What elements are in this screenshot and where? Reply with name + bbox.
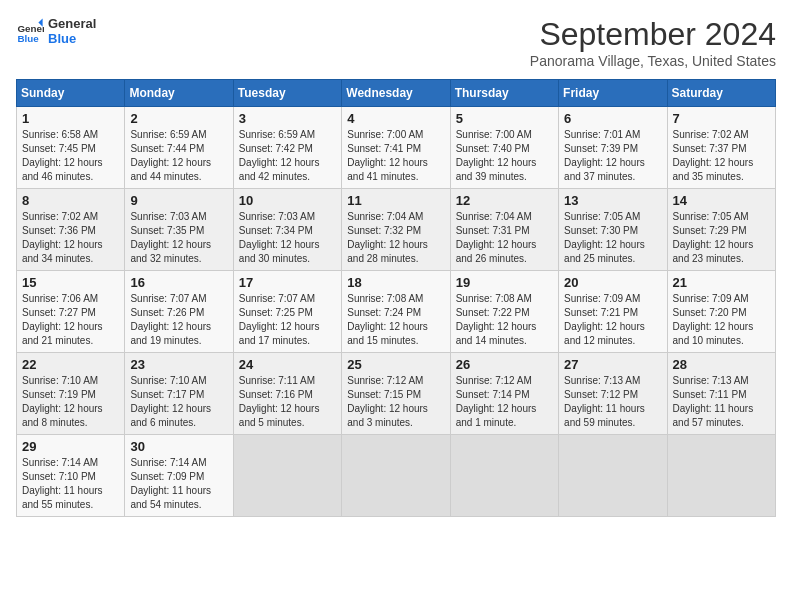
day-number: 28 <box>673 357 770 372</box>
day-info: Sunrise: 6:58 AMSunset: 7:45 PMDaylight:… <box>22 128 119 184</box>
day-cell-25: 25Sunrise: 7:12 AMSunset: 7:15 PMDayligh… <box>342 353 450 435</box>
day-info: Sunrise: 6:59 AMSunset: 7:44 PMDaylight:… <box>130 128 227 184</box>
logo-icon: General Blue <box>16 17 44 45</box>
day-info: Sunrise: 7:00 AMSunset: 7:41 PMDaylight:… <box>347 128 444 184</box>
day-info: Sunrise: 7:05 AMSunset: 7:30 PMDaylight:… <box>564 210 661 266</box>
day-cell-14: 14Sunrise: 7:05 AMSunset: 7:29 PMDayligh… <box>667 189 775 271</box>
empty-cell <box>667 435 775 517</box>
day-cell-29: 29Sunrise: 7:14 AMSunset: 7:10 PMDayligh… <box>17 435 125 517</box>
day-cell-27: 27Sunrise: 7:13 AMSunset: 7:12 PMDayligh… <box>559 353 667 435</box>
day-cell-13: 13Sunrise: 7:05 AMSunset: 7:30 PMDayligh… <box>559 189 667 271</box>
day-number: 25 <box>347 357 444 372</box>
day-info: Sunrise: 7:11 AMSunset: 7:16 PMDaylight:… <box>239 374 336 430</box>
day-info: Sunrise: 7:07 AMSunset: 7:25 PMDaylight:… <box>239 292 336 348</box>
day-cell-8: 8Sunrise: 7:02 AMSunset: 7:36 PMDaylight… <box>17 189 125 271</box>
day-cell-11: 11Sunrise: 7:04 AMSunset: 7:32 PMDayligh… <box>342 189 450 271</box>
day-info: Sunrise: 7:14 AMSunset: 7:10 PMDaylight:… <box>22 456 119 512</box>
day-cell-7: 7Sunrise: 7:02 AMSunset: 7:37 PMDaylight… <box>667 107 775 189</box>
day-number: 20 <box>564 275 661 290</box>
day-info: Sunrise: 7:13 AMSunset: 7:11 PMDaylight:… <box>673 374 770 430</box>
logo-blue: Blue <box>48 31 96 46</box>
day-cell-28: 28Sunrise: 7:13 AMSunset: 7:11 PMDayligh… <box>667 353 775 435</box>
calendar-table: SundayMondayTuesdayWednesdayThursdayFrid… <box>16 79 776 517</box>
header-tuesday: Tuesday <box>233 80 341 107</box>
day-number: 5 <box>456 111 553 126</box>
day-info: Sunrise: 7:08 AMSunset: 7:22 PMDaylight:… <box>456 292 553 348</box>
week-row-5: 29Sunrise: 7:14 AMSunset: 7:10 PMDayligh… <box>17 435 776 517</box>
week-row-3: 15Sunrise: 7:06 AMSunset: 7:27 PMDayligh… <box>17 271 776 353</box>
day-cell-23: 23Sunrise: 7:10 AMSunset: 7:17 PMDayligh… <box>125 353 233 435</box>
svg-text:Blue: Blue <box>17 33 39 44</box>
day-info: Sunrise: 7:03 AMSunset: 7:35 PMDaylight:… <box>130 210 227 266</box>
day-cell-19: 19Sunrise: 7:08 AMSunset: 7:22 PMDayligh… <box>450 271 558 353</box>
subtitle: Panorama Village, Texas, United States <box>530 53 776 69</box>
day-info: Sunrise: 7:14 AMSunset: 7:09 PMDaylight:… <box>130 456 227 512</box>
day-number: 19 <box>456 275 553 290</box>
day-number: 21 <box>673 275 770 290</box>
header-friday: Friday <box>559 80 667 107</box>
day-info: Sunrise: 7:06 AMSunset: 7:27 PMDaylight:… <box>22 292 119 348</box>
day-cell-21: 21Sunrise: 7:09 AMSunset: 7:20 PMDayligh… <box>667 271 775 353</box>
day-number: 27 <box>564 357 661 372</box>
header-monday: Monday <box>125 80 233 107</box>
day-info: Sunrise: 7:00 AMSunset: 7:40 PMDaylight:… <box>456 128 553 184</box>
title-block: September 2024 Panorama Village, Texas, … <box>530 16 776 69</box>
day-number: 13 <box>564 193 661 208</box>
day-info: Sunrise: 7:07 AMSunset: 7:26 PMDaylight:… <box>130 292 227 348</box>
day-info: Sunrise: 6:59 AMSunset: 7:42 PMDaylight:… <box>239 128 336 184</box>
day-number: 16 <box>130 275 227 290</box>
day-number: 2 <box>130 111 227 126</box>
header-wednesday: Wednesday <box>342 80 450 107</box>
page-header: General Blue General Blue September 2024… <box>16 16 776 69</box>
day-info: Sunrise: 7:08 AMSunset: 7:24 PMDaylight:… <box>347 292 444 348</box>
day-cell-22: 22Sunrise: 7:10 AMSunset: 7:19 PMDayligh… <box>17 353 125 435</box>
day-info: Sunrise: 7:01 AMSunset: 7:39 PMDaylight:… <box>564 128 661 184</box>
day-number: 3 <box>239 111 336 126</box>
header-saturday: Saturday <box>667 80 775 107</box>
day-info: Sunrise: 7:12 AMSunset: 7:15 PMDaylight:… <box>347 374 444 430</box>
day-number: 11 <box>347 193 444 208</box>
day-number: 12 <box>456 193 553 208</box>
day-cell-4: 4Sunrise: 7:00 AMSunset: 7:41 PMDaylight… <box>342 107 450 189</box>
day-cell-9: 9Sunrise: 7:03 AMSunset: 7:35 PMDaylight… <box>125 189 233 271</box>
day-cell-24: 24Sunrise: 7:11 AMSunset: 7:16 PMDayligh… <box>233 353 341 435</box>
day-info: Sunrise: 7:10 AMSunset: 7:19 PMDaylight:… <box>22 374 119 430</box>
empty-cell <box>559 435 667 517</box>
day-cell-3: 3Sunrise: 6:59 AMSunset: 7:42 PMDaylight… <box>233 107 341 189</box>
day-info: Sunrise: 7:04 AMSunset: 7:32 PMDaylight:… <box>347 210 444 266</box>
day-number: 6 <box>564 111 661 126</box>
header-thursday: Thursday <box>450 80 558 107</box>
day-cell-18: 18Sunrise: 7:08 AMSunset: 7:24 PMDayligh… <box>342 271 450 353</box>
week-row-2: 8Sunrise: 7:02 AMSunset: 7:36 PMDaylight… <box>17 189 776 271</box>
day-cell-12: 12Sunrise: 7:04 AMSunset: 7:31 PMDayligh… <box>450 189 558 271</box>
day-number: 4 <box>347 111 444 126</box>
day-cell-17: 17Sunrise: 7:07 AMSunset: 7:25 PMDayligh… <box>233 271 341 353</box>
day-cell-15: 15Sunrise: 7:06 AMSunset: 7:27 PMDayligh… <box>17 271 125 353</box>
day-number: 18 <box>347 275 444 290</box>
day-cell-26: 26Sunrise: 7:12 AMSunset: 7:14 PMDayligh… <box>450 353 558 435</box>
day-number: 29 <box>22 439 119 454</box>
day-number: 7 <box>673 111 770 126</box>
empty-cell <box>342 435 450 517</box>
day-info: Sunrise: 7:10 AMSunset: 7:17 PMDaylight:… <box>130 374 227 430</box>
header-row: SundayMondayTuesdayWednesdayThursdayFrid… <box>17 80 776 107</box>
day-info: Sunrise: 7:12 AMSunset: 7:14 PMDaylight:… <box>456 374 553 430</box>
empty-cell <box>450 435 558 517</box>
day-number: 30 <box>130 439 227 454</box>
logo-general: General <box>48 16 96 31</box>
day-cell-2: 2Sunrise: 6:59 AMSunset: 7:44 PMDaylight… <box>125 107 233 189</box>
day-cell-5: 5Sunrise: 7:00 AMSunset: 7:40 PMDaylight… <box>450 107 558 189</box>
day-cell-6: 6Sunrise: 7:01 AMSunset: 7:39 PMDaylight… <box>559 107 667 189</box>
day-info: Sunrise: 7:09 AMSunset: 7:21 PMDaylight:… <box>564 292 661 348</box>
day-number: 26 <box>456 357 553 372</box>
day-info: Sunrise: 7:13 AMSunset: 7:12 PMDaylight:… <box>564 374 661 430</box>
day-info: Sunrise: 7:03 AMSunset: 7:34 PMDaylight:… <box>239 210 336 266</box>
empty-cell <box>233 435 341 517</box>
day-info: Sunrise: 7:09 AMSunset: 7:20 PMDaylight:… <box>673 292 770 348</box>
day-number: 15 <box>22 275 119 290</box>
day-number: 9 <box>130 193 227 208</box>
header-sunday: Sunday <box>17 80 125 107</box>
logo: General Blue General Blue <box>16 16 96 46</box>
day-info: Sunrise: 7:02 AMSunset: 7:37 PMDaylight:… <box>673 128 770 184</box>
day-number: 17 <box>239 275 336 290</box>
